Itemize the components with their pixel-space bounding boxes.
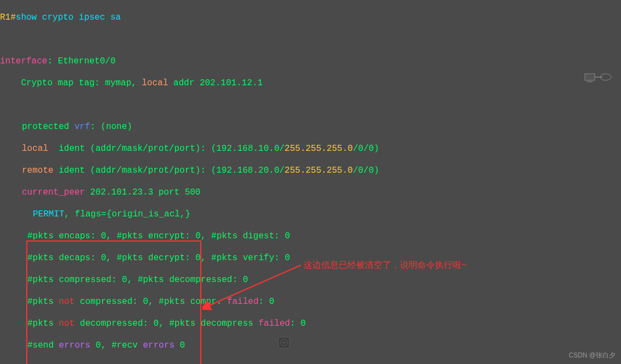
current-peer: current_peer (22, 187, 85, 197)
interface-label: interface (0, 56, 47, 66)
watermark: CSDN @张白夕 (568, 350, 616, 361)
network-pc-icon (584, 68, 614, 85)
prompt: R1# (0, 13, 16, 22)
svg-rect-2 (587, 80, 593, 83)
terminal-output: R1#show crypto ipsec sa interface: Ether… (0, 0, 621, 364)
svg-point-7 (283, 342, 285, 344)
disk-icon (277, 336, 291, 349)
annotation-text: 这边信息已经被清空了，说明命令执行啦~ (304, 260, 466, 271)
command: show crypto ipsec sa (16, 13, 121, 22)
svg-rect-1 (585, 74, 595, 80)
